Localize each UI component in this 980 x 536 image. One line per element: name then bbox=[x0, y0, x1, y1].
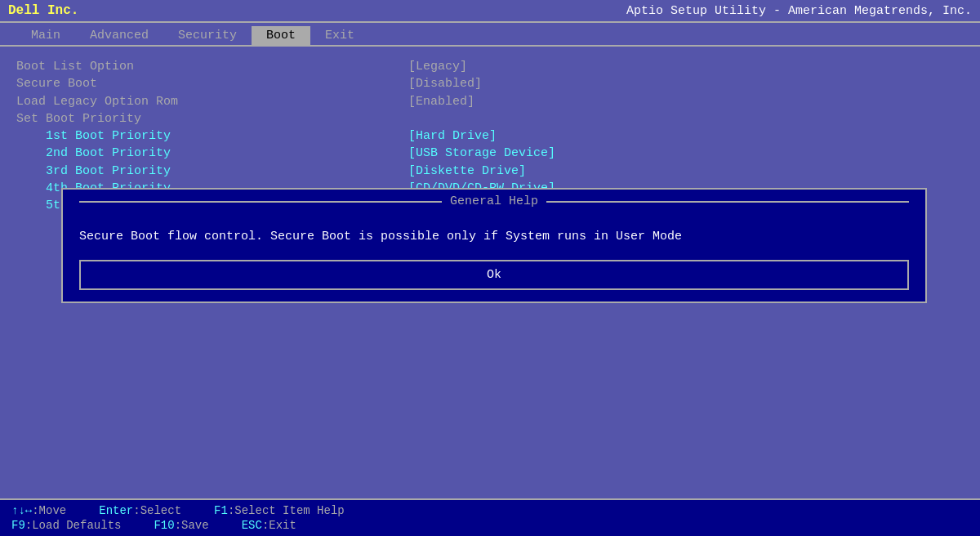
dialog-title-bar: General Help bbox=[63, 190, 925, 213]
nav-tab-exit[interactable]: Exit bbox=[310, 26, 369, 45]
footer-key: F1 bbox=[214, 504, 228, 517]
top-bar: Dell Inc. Aptio Setup Utility - American… bbox=[0, 0, 980, 23]
bios-row: 2nd Boot Priority[USB Storage Device] bbox=[16, 145, 588, 162]
bios-value: [USB Storage Device] bbox=[408, 145, 588, 162]
bios-label: Load Legacy Option Rom bbox=[16, 93, 178, 110]
bottom-bar-row2: F9:Load DefaultsF10:SaveESC:Exit bbox=[11, 519, 969, 532]
bios-row: Boot List Option[Legacy] bbox=[16, 58, 588, 75]
footer-desc: :Save bbox=[175, 519, 209, 532]
bios-value: [Legacy] bbox=[408, 58, 588, 75]
footer-item: ↑↓↔:Move bbox=[11, 504, 66, 517]
dialog-message: Secure Boot flow control. Secure Boot is… bbox=[79, 228, 909, 247]
general-help-dialog: General Help Secure Boot flow control. S… bbox=[61, 188, 927, 303]
footer-desc: :Select bbox=[133, 504, 181, 517]
footer-item: F1:Select Item Help bbox=[214, 504, 345, 517]
footer-desc: :Move bbox=[32, 504, 66, 517]
bios-row: 3rd Boot Priority[Diskette Drive] bbox=[16, 163, 588, 180]
footer-key: F9 bbox=[11, 519, 25, 532]
bios-row: Load Legacy Option Rom[Enabled] bbox=[16, 93, 588, 110]
bios-value: [Disabled] bbox=[408, 75, 588, 92]
bios-label: Boot List Option bbox=[16, 58, 134, 75]
nav-tab-boot[interactable]: Boot bbox=[252, 26, 310, 45]
bottom-bar: ↑↓↔:MoveEnter:SelectF1:Select Item Help … bbox=[0, 498, 980, 536]
nav-tab-main[interactable]: Main bbox=[16, 26, 75, 45]
bios-label[interactable]: 2nd Boot Priority bbox=[16, 145, 171, 162]
bios-label: Set Boot Priority bbox=[16, 110, 141, 127]
footer-key: Enter bbox=[99, 504, 133, 517]
footer-item: F9:Load Defaults bbox=[11, 519, 121, 532]
bios-label[interactable]: 1st Boot Priority bbox=[16, 127, 171, 145]
bios-row: Set Boot Priority bbox=[16, 110, 588, 127]
footer-key: ESC bbox=[242, 519, 262, 532]
bios-label[interactable]: 3rd Boot Priority bbox=[16, 163, 171, 180]
bios-value: [Enabled] bbox=[408, 93, 588, 110]
bios-label: Secure Boot bbox=[16, 75, 97, 92]
dialog-ok-button[interactable]: Ok bbox=[79, 260, 909, 290]
footer-item: F10:Save bbox=[154, 519, 208, 532]
dialog-title: General Help bbox=[450, 194, 538, 208]
utility-name: Aptio Setup Utility - American Megatrend… bbox=[626, 4, 972, 18]
bios-value: [Hard Drive] bbox=[408, 127, 588, 145]
footer-item: Enter:Select bbox=[99, 504, 181, 517]
dialog-body: Secure Boot flow control. Secure Boot is… bbox=[63, 213, 925, 302]
footer-desc: :Exit bbox=[262, 519, 296, 532]
bottom-bar-row1: ↑↓↔:MoveEnter:SelectF1:Select Item Help bbox=[11, 504, 969, 517]
footer-desc: :Select Item Help bbox=[228, 504, 345, 517]
bios-row: 1st Boot Priority[Hard Drive] bbox=[16, 127, 588, 145]
nav-tab-advanced[interactable]: Advanced bbox=[75, 26, 163, 45]
nav-tab-security[interactable]: Security bbox=[163, 26, 252, 45]
footer-item: ESC:Exit bbox=[242, 519, 296, 532]
vendor-name: Dell Inc. bbox=[8, 3, 78, 18]
bios-row: Secure Boot[Disabled] bbox=[16, 75, 588, 92]
nav-bar: MainAdvancedSecurityBootExit bbox=[0, 23, 980, 47]
footer-key: ↑↓↔ bbox=[11, 504, 32, 517]
footer-key: F10 bbox=[154, 519, 174, 532]
footer-desc: :Load Defaults bbox=[25, 519, 122, 532]
bios-value: [Diskette Drive] bbox=[408, 163, 588, 180]
